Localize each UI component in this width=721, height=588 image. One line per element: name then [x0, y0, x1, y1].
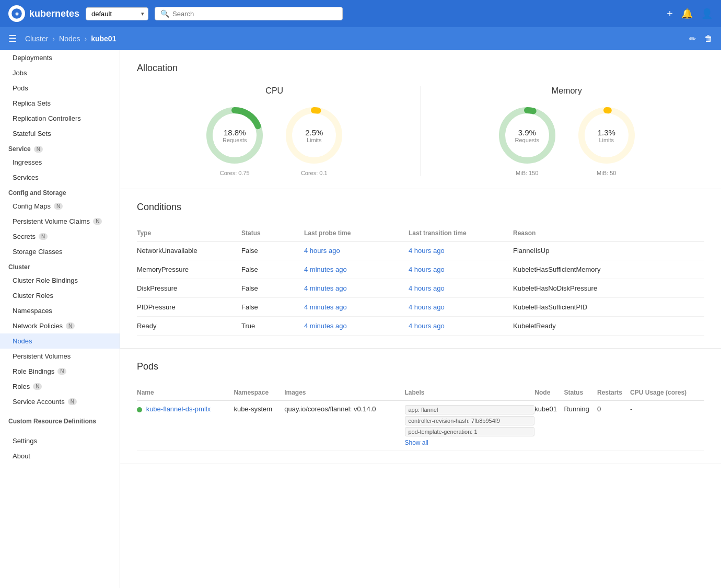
sidebar-item-label: Nodes: [13, 337, 32, 345]
sidebar-item-persistent-volumes[interactable]: Persistent Volumes: [0, 349, 120, 364]
sidebar-item-config-maps[interactable]: Config Maps N: [0, 199, 120, 214]
label-chip: controller-revision-hash: 7fb8b954f9: [405, 416, 535, 425]
sidebar-item-label: Service Accounts: [13, 398, 65, 406]
sidebar-item-label: Pods: [13, 84, 28, 92]
search-input[interactable]: [172, 10, 337, 18]
sidebar-item-deployments[interactable]: Deployments: [0, 50, 120, 65]
sidebar-item-label: Persistent Volume Claims: [13, 217, 90, 225]
sidebar-item-label: Config Maps: [13, 202, 51, 210]
condition-status: False: [241, 260, 304, 279]
allocation-section: Allocation CPU: [120, 50, 721, 189]
sidebar-item-jobs[interactable]: Jobs: [0, 65, 120, 80]
pod-show-all-link[interactable]: Show all: [405, 439, 535, 446]
allocation-title: Allocation: [137, 63, 704, 74]
sidebar-item-pods[interactable]: Pods: [0, 80, 120, 96]
condition-status: True: [241, 317, 304, 336]
condition-transition-link[interactable]: 4 hours ago: [409, 247, 445, 255]
brand-logo[interactable]: ⎈ kubernetes: [8, 5, 79, 22]
sidebar-item-namespaces[interactable]: Namespaces: [0, 303, 120, 318]
condition-status: False: [241, 241, 304, 260]
condition-probe: 4 minutes ago: [304, 260, 409, 279]
sidebar-item-secrets[interactable]: Secrets N: [0, 229, 120, 244]
condition-transition-link[interactable]: 4 hours ago: [409, 266, 445, 273]
sidebar-item-label: Namespaces: [13, 307, 52, 315]
pod-node: kube01: [534, 401, 564, 451]
condition-probe-link[interactable]: 4 minutes ago: [304, 322, 347, 330]
sidebar-item-stateful-sets[interactable]: Stateful Sets: [0, 126, 120, 141]
roles-badge: N: [33, 383, 42, 390]
sidebar-item-services[interactable]: Services: [0, 170, 120, 185]
sidebar-item-label: Role Bindings: [13, 367, 54, 375]
sidebar-item-nodes[interactable]: Nodes: [0, 333, 120, 349]
condition-transition-link[interactable]: 4 hours ago: [409, 284, 445, 292]
breadcrumb-sep-2: ›: [85, 34, 87, 43]
add-button[interactable]: +: [667, 8, 673, 20]
sidebar-item-label: Replica Sets: [13, 99, 51, 107]
sidebar-item-storage-classes[interactable]: Storage Classes: [0, 244, 120, 259]
pods-table: Name Namespace Images Labels Node Status…: [137, 385, 704, 451]
pod-name-link[interactable]: kube-flannel-ds-pmllx: [146, 405, 211, 413]
cpu-title: CPU: [265, 86, 283, 96]
sidebar-item-label: Jobs: [13, 69, 27, 77]
sidebar-item-label: Stateful Sets: [13, 130, 51, 137]
breadcrumb-cluster[interactable]: Cluster: [25, 34, 48, 43]
condition-probe-link[interactable]: 4 minutes ago: [304, 284, 347, 292]
sidebar-item-label: Settings: [13, 437, 37, 445]
condition-probe-link[interactable]: 4 minutes ago: [304, 266, 347, 273]
pod-restarts: 0: [597, 401, 630, 451]
breadcrumb-nodes[interactable]: Nodes: [59, 34, 80, 43]
sidebar-toggle-button[interactable]: ☰: [8, 33, 17, 44]
cpu-limits-label: Limits: [305, 137, 323, 143]
condition-row: Ready True 4 minutes ago 4 hours ago Kub…: [137, 317, 704, 336]
mem-requests-center: 3.9% Requests: [515, 128, 539, 143]
cpu-requests-center: 18.8% Requests: [223, 128, 247, 143]
conditions-title: Conditions: [137, 202, 704, 213]
condition-probe: 4 minutes ago: [304, 279, 409, 298]
sidebar-item-label: Deployments: [13, 54, 52, 62]
sidebar-item-about[interactable]: About: [0, 448, 120, 464]
sidebar-item-label: Storage Classes: [13, 248, 62, 256]
mem-limits-pct: 1.3%: [598, 128, 615, 137]
condition-reason: KubeletHasNoDiskPressure: [513, 279, 704, 298]
namespace-select[interactable]: default: [86, 7, 148, 20]
sidebar-item-label: Services: [13, 174, 39, 181]
sidebar-item-cluster-role-bindings[interactable]: Cluster Role Bindings: [0, 273, 120, 288]
sidebar-item-roles[interactable]: Roles N: [0, 379, 120, 394]
main-layout: Deployments Jobs Pods Replica Sets Repli…: [0, 50, 721, 588]
condition-reason: KubeletHasSufficientMemory: [513, 260, 704, 279]
navbar-actions: + 🔔 👤: [667, 8, 713, 20]
mem-requests-label: Requests: [515, 137, 539, 143]
sidebar-item-label: Ingresses: [13, 158, 42, 166]
mem-limits-label: Limits: [598, 137, 615, 143]
col-header-status: Status: [564, 385, 597, 401]
sidebar-item-cluster-roles[interactable]: Cluster Roles: [0, 288, 120, 303]
col-header-type: Type: [137, 225, 241, 241]
sidebar-item-ingresses[interactable]: Ingresses: [0, 155, 120, 170]
notifications-button[interactable]: 🔔: [681, 8, 693, 19]
edit-button[interactable]: ✏: [689, 34, 696, 44]
sidebar-item-service-accounts[interactable]: Service Accounts N: [0, 394, 120, 409]
condition-probe: 4 minutes ago: [304, 298, 409, 317]
cpu-limits-chart: 2.5% Limits Cores: 0.1: [283, 104, 345, 176]
sidebar-item-replica-sets[interactable]: Replica Sets: [0, 96, 120, 111]
condition-transition-link[interactable]: 4 hours ago: [409, 322, 445, 330]
user-menu-button[interactable]: 👤: [701, 8, 713, 19]
sidebar-item-replication-controllers[interactable]: Replication Controllers: [0, 111, 120, 126]
condition-transition: 4 hours ago: [409, 317, 513, 336]
sidebar-item-network-policies[interactable]: Network Policies N: [0, 318, 120, 333]
pods-header-row: Name Namespace Images Labels Node Status…: [137, 385, 704, 401]
pod-status-dot: [137, 407, 142, 412]
delete-button[interactable]: 🗑: [704, 34, 713, 44]
memory-chart-group: Memory 3.9% Requests: [429, 86, 705, 176]
condition-probe-link[interactable]: 4 hours ago: [304, 247, 340, 255]
sidebar-item-settings[interactable]: Settings: [0, 433, 120, 448]
memory-charts-pair: 3.9% Requests MiB: 150: [496, 104, 638, 176]
mem-requests-footer: MiB: 150: [516, 170, 538, 176]
condition-probe-link[interactable]: 4 minutes ago: [304, 303, 347, 311]
sidebar-item-pvc[interactable]: Persistent Volume Claims N: [0, 214, 120, 229]
pods-title: Pods: [137, 361, 704, 372]
mem-limits-donut: 1.3% Limits: [575, 104, 638, 167]
condition-type: Ready: [137, 317, 241, 336]
condition-transition-link[interactable]: 4 hours ago: [409, 303, 445, 311]
sidebar-item-role-bindings[interactable]: Role Bindings N: [0, 364, 120, 379]
